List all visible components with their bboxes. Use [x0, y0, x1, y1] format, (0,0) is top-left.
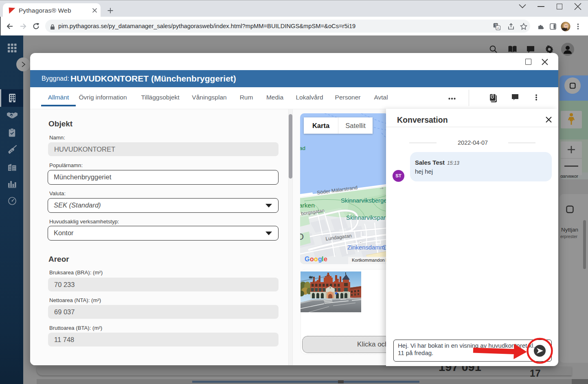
svg-text:Kortkommandon: Kortkommandon	[352, 258, 385, 263]
svg-text:o: o	[310, 256, 314, 263]
svg-text:A: A	[497, 26, 500, 30]
svg-text:Skinnarviksberget: Skinnarviksberget	[341, 197, 389, 204]
svg-text:G: G	[305, 256, 309, 263]
svg-text:Skinnarvikspark: Skinnarvikspark	[346, 214, 389, 221]
svg-text:O: O	[300, 232, 304, 242]
svg-text:Zinkensdamm: Zinkensdamm	[347, 244, 385, 251]
svg-text:ad: ad	[300, 145, 305, 151]
svg-text:o: o	[314, 256, 318, 263]
svg-text:e: e	[324, 256, 327, 263]
svg-text:arken: arken	[300, 202, 315, 209]
svg-text:l: l	[322, 256, 323, 263]
svg-text:T: T	[384, 246, 386, 250]
